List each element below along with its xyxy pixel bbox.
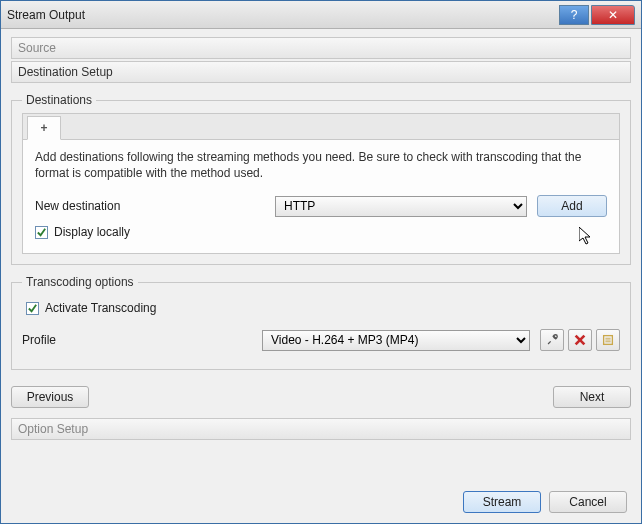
- profile-select[interactable]: Video - H.264 + MP3 (MP4): [262, 330, 530, 351]
- destinations-legend: Destinations: [22, 93, 96, 107]
- section-source[interactable]: Source: [11, 37, 631, 59]
- profile-label: Profile: [22, 333, 252, 347]
- check-icon: [36, 227, 47, 238]
- add-tab[interactable]: +: [27, 116, 61, 140]
- add-button[interactable]: Add: [537, 195, 607, 217]
- cancel-button[interactable]: Cancel: [549, 491, 627, 513]
- window-title: Stream Output: [7, 8, 559, 22]
- stream-output-dialog: Stream Output ? ✕ Source Destination Set…: [0, 0, 642, 524]
- destinations-instructions: Add destinations following the streaming…: [35, 150, 607, 181]
- destinations-group: Destinations + Add destinations followin…: [11, 93, 631, 265]
- svg-point-0: [554, 335, 558, 339]
- dialog-body: Source Destination Setup Destinations + …: [1, 29, 641, 523]
- plus-icon: +: [40, 121, 47, 135]
- check-icon: [27, 303, 38, 314]
- display-locally-label: Display locally: [54, 225, 130, 239]
- destination-tabs: +: [22, 113, 620, 139]
- help-button[interactable]: ?: [559, 5, 589, 25]
- profile-tools: [540, 329, 620, 351]
- profile-row: Profile Video - H.264 + MP3 (MP4): [22, 329, 620, 351]
- help-icon: ?: [571, 8, 578, 22]
- tools-icon: [545, 333, 559, 347]
- transcoding-legend: Transcoding options: [22, 275, 138, 289]
- next-button[interactable]: Next: [553, 386, 631, 408]
- new-icon: [601, 333, 615, 347]
- delete-icon: [573, 333, 587, 347]
- previous-button[interactable]: Previous: [11, 386, 89, 408]
- wizard-nav: Previous Next: [11, 386, 631, 408]
- destination-tab-pane: Add destinations following the streaming…: [22, 139, 620, 254]
- section-option-setup[interactable]: Option Setup: [11, 418, 631, 440]
- activate-transcoding-row: Activate Transcoding: [26, 301, 620, 315]
- section-destination-setup[interactable]: Destination Setup: [11, 61, 631, 83]
- display-locally-row: Display locally: [35, 225, 607, 239]
- window-buttons: ? ✕: [559, 5, 635, 25]
- activate-transcoding-label: Activate Transcoding: [45, 301, 156, 315]
- dialog-buttons: Stream Cancel: [463, 491, 627, 513]
- edit-profile-button[interactable]: [540, 329, 564, 351]
- close-button[interactable]: ✕: [591, 5, 635, 25]
- activate-transcoding-checkbox[interactable]: [26, 302, 39, 315]
- titlebar: Stream Output ? ✕: [1, 1, 641, 29]
- transcoding-group: Transcoding options Activate Transcoding…: [11, 275, 631, 370]
- new-profile-button[interactable]: [596, 329, 620, 351]
- new-destination-row: New destination HTTP Add: [35, 195, 607, 217]
- close-icon: ✕: [608, 8, 618, 22]
- new-destination-label: New destination: [35, 199, 265, 213]
- destination-method-select[interactable]: HTTP: [275, 196, 527, 217]
- display-locally-checkbox[interactable]: [35, 226, 48, 239]
- delete-profile-button[interactable]: [568, 329, 592, 351]
- stream-button[interactable]: Stream: [463, 491, 541, 513]
